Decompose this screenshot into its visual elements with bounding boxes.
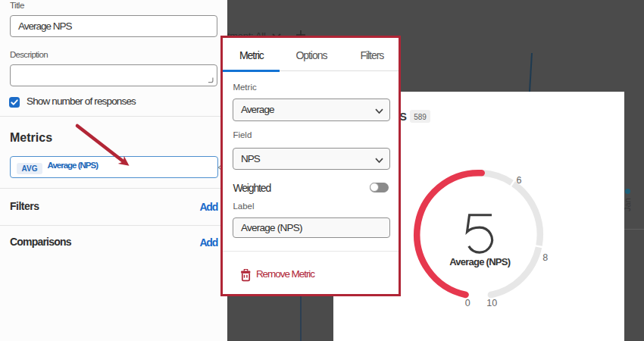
svg-text:6: 6 <box>516 175 521 186</box>
svg-text:10: 10 <box>486 298 497 308</box>
svg-text:Average (NPS): Average (NPS) <box>449 256 510 267</box>
svg-text:8: 8 <box>542 252 548 263</box>
svg-text:0: 0 <box>465 298 470 308</box>
